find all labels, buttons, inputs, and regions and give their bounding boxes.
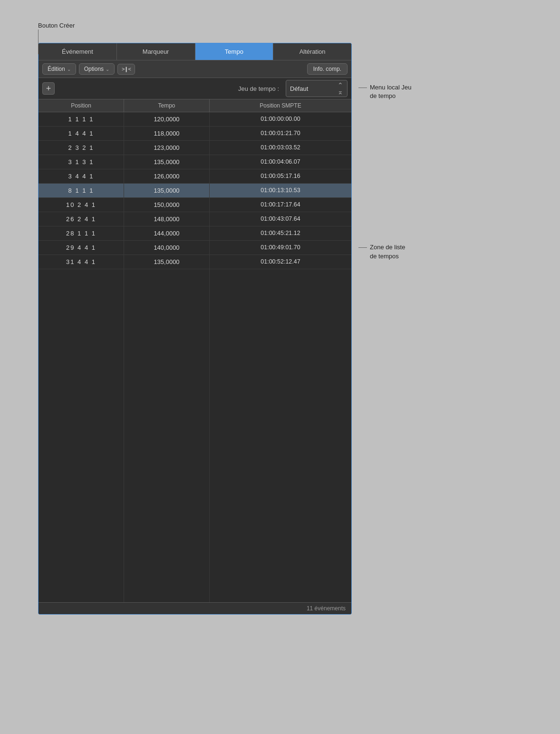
cell-smpte: 01:00:52:12.47 [210, 255, 351, 269]
cell-smpte: 01:00:03:03.52 [210, 141, 351, 155]
cell-position: 28 1 1 1 [39, 226, 124, 240]
cell-position: 26 2 4 1 [39, 212, 124, 226]
jeu-value: Défaut [290, 85, 336, 92]
filter-button[interactable]: >❙< [117, 64, 135, 75]
annotation-menu-local: Menu local Jeude tempo [358, 83, 411, 100]
jeu-label: Jeu de tempo : [58, 85, 282, 92]
jeu-select[interactable]: Défaut ⌃ ⌅ [286, 80, 348, 97]
cell-smpte: 01:00:00:00.00 [210, 112, 351, 126]
tab-tempo[interactable]: Tempo [195, 43, 274, 60]
edition-chevron-icon: ⌄ [67, 67, 71, 72]
empty-col-3 [210, 269, 351, 602]
table-row[interactable]: 10 2 4 1 150,0000 01:00:17:17.64 [39, 198, 351, 212]
empty-col-2 [124, 269, 210, 602]
tab-evenement[interactable]: Événement [39, 43, 117, 60]
cell-position: 29 4 4 1 [39, 241, 124, 254]
table-row[interactable]: 26 2 4 1 148,0000 01:00:43:07.64 [39, 212, 351, 226]
table-row[interactable]: 31 4 4 1 135,0000 01:00:52:12.47 [39, 255, 351, 269]
status-bar: 11 événements [39, 602, 351, 614]
cell-position: 2 3 2 1 [39, 141, 124, 155]
annotation-line [358, 88, 367, 88]
bouton-creer-label: Bouton Créer [38, 22, 75, 29]
tab-bar: Événement Marqueur Tempo Altération [39, 43, 351, 60]
cell-position: 3 4 4 1 [39, 169, 124, 183]
edition-button[interactable]: Édition ⌄ [42, 63, 76, 75]
cell-smpte: 01:00:45:21.12 [210, 226, 351, 240]
cell-smpte: 01:00:05:17.16 [210, 169, 351, 183]
annotation-line-2 [358, 247, 367, 248]
annotation-text-zone: Zone de listede tempos [370, 243, 405, 260]
toolbar: Édition ⌄ Options ⌄ >❙< Info. comp. [39, 60, 351, 78]
add-button[interactable]: + [42, 82, 55, 95]
cell-smpte: 01:00:01:21.70 [210, 127, 351, 140]
cell-position: 1 1 1 1 [39, 112, 124, 126]
cell-position: 31 4 4 1 [39, 255, 124, 269]
cell-tempo: 118,0000 [124, 127, 210, 140]
table-row[interactable]: 28 1 1 1 144,0000 01:00:45:21.12 [39, 226, 351, 241]
cell-tempo: 144,0000 [124, 226, 210, 240]
table-row[interactable]: 29 4 4 1 140,0000 01:00:49:01.70 [39, 241, 351, 255]
cell-tempo: 135,0000 [124, 184, 210, 197]
jeu-stepper-icon[interactable]: ⌃ ⌅ [338, 82, 343, 95]
cell-tempo: 148,0000 [124, 212, 210, 226]
empty-col-1 [39, 269, 124, 602]
col-header-position: Position [39, 99, 124, 112]
cell-smpte: 01:00:49:01.70 [210, 241, 351, 254]
main-panel: Événement Marqueur Tempo Altération Édit… [38, 43, 352, 615]
cell-smpte: 01:00:43:07.64 [210, 212, 351, 226]
cell-tempo: 120,0000 [124, 112, 210, 126]
cell-position: 10 2 4 1 [39, 198, 124, 212]
right-annotations: Menu local Jeude tempo Zone de listede t… [358, 43, 411, 270]
cell-position: 8 1 1 1 [39, 184, 124, 197]
tab-alteration[interactable]: Altération [273, 43, 351, 60]
cell-position: 1 4 4 1 [39, 127, 124, 140]
cell-smpte: 01:00:13:10.53 [210, 184, 351, 197]
annotation-zone-liste: Zone de listede tempos [358, 243, 411, 260]
cell-tempo: 150,0000 [124, 198, 210, 212]
cell-tempo: 126,0000 [124, 169, 210, 183]
jeu-row: + Jeu de tempo : Défaut ⌃ ⌅ [39, 78, 351, 99]
col-header-smpte: Position SMPTE [210, 99, 351, 112]
table-row[interactable]: 1 1 1 1 120,0000 01:00:00:00.00 [39, 112, 351, 127]
cell-smpte: 01:00:17:17.64 [210, 198, 351, 212]
cell-position: 3 1 3 1 [39, 155, 124, 169]
event-count: 11 événements [307, 605, 346, 612]
annotation-text-menu: Menu local Jeude tempo [370, 83, 411, 100]
table-empty-area [39, 269, 351, 602]
edition-label: Édition [48, 66, 65, 72]
cell-tempo: 135,0000 [124, 155, 210, 169]
cell-smpte: 01:00:04:06.07 [210, 155, 351, 169]
table-row[interactable]: 3 1 3 1 135,0000 01:00:04:06.07 [39, 155, 351, 169]
column-headers: Position Tempo Position SMPTE [39, 99, 351, 112]
table-row[interactable]: 1 4 4 1 118,0000 01:00:01:21.70 [39, 127, 351, 141]
options-chevron-icon: ⌄ [106, 67, 109, 72]
col-header-tempo: Tempo [124, 99, 210, 112]
table-row[interactable]: 3 4 4 1 126,0000 01:00:05:17.16 [39, 169, 351, 184]
table-row-selected[interactable]: 8 1 1 1 135,0000 01:00:13:10.53 [39, 184, 351, 198]
options-label: Options [84, 66, 104, 72]
table-row[interactable]: 2 3 2 1 123,0000 01:00:03:03.52 [39, 141, 351, 155]
cell-tempo: 135,0000 [124, 255, 210, 269]
info-comp-button[interactable]: Info. comp. [307, 63, 348, 75]
options-button[interactable]: Options ⌄ [79, 63, 115, 75]
tab-marqueur[interactable]: Marqueur [117, 43, 195, 60]
table-body: 1 1 1 1 120,0000 01:00:00:00.00 1 4 4 1 … [39, 112, 351, 269]
cell-tempo: 140,0000 [124, 241, 210, 254]
cell-tempo: 123,0000 [124, 141, 210, 155]
